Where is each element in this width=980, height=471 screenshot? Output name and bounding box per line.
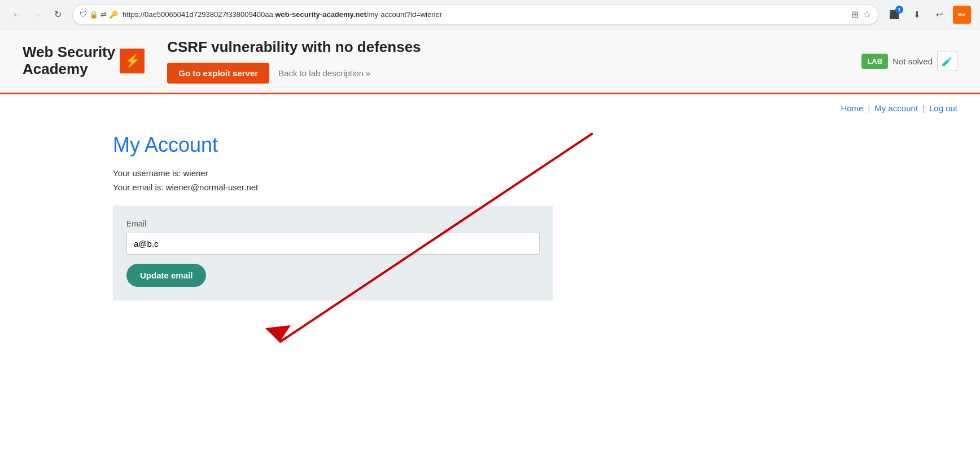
logout-nav-link[interactable]: Log out xyxy=(929,103,957,113)
page-heading: My Account xyxy=(113,133,867,157)
home-nav-link[interactable]: Home xyxy=(841,103,863,113)
logo-text: Web Security Academy xyxy=(23,44,115,78)
back-button[interactable]: ← xyxy=(9,7,25,23)
tune-icon: ⇄ xyxy=(100,10,107,19)
logo-lightning-icon: ⚡ xyxy=(120,49,145,73)
nav-separator-2: | xyxy=(922,103,925,113)
lab-title: CSRF vulnerability with no defenses xyxy=(167,38,421,56)
browser-chrome: ← → ↻ 🛡 🔒 ⇄ 🔑 https://0ae50065041d729380… xyxy=(0,0,980,29)
bookmark-icon: ☆ xyxy=(863,9,871,20)
key-icon: 🔑 xyxy=(109,10,118,19)
browser-action-buttons: 1 ⬛ ⬇ ↩ Bur xyxy=(885,6,971,24)
my-account-nav-link[interactable]: My account xyxy=(874,103,918,113)
account-button[interactable]: ↩ xyxy=(930,6,948,24)
email-input[interactable] xyxy=(126,233,540,255)
lab-badge: LAB xyxy=(861,54,888,69)
lock-icon: 🔒 xyxy=(89,10,98,19)
shield-icon: 🛡 xyxy=(80,10,87,19)
extensions-button[interactable]: 1 ⬛ xyxy=(885,6,903,24)
page-body: My Account Your username is: wiener Your… xyxy=(0,122,980,312)
svg-marker-1 xyxy=(265,325,291,342)
lab-status: LAB Not solved 🧪 xyxy=(861,51,957,71)
address-bar[interactable]: 🛡 🔒 ⇄ 🔑 https://0ae50065041d72938027f338… xyxy=(72,5,878,25)
logo-area: Web Security Academy ⚡ CSRF vulnerabilit… xyxy=(23,38,421,84)
exploit-server-button[interactable]: Go to exploit server xyxy=(167,63,269,84)
burp-suite-icon[interactable]: Bur xyxy=(953,6,971,24)
forward-button[interactable]: → xyxy=(29,7,45,23)
reload-button[interactable]: ↻ xyxy=(50,7,65,23)
qr-icon: ⊞ xyxy=(851,9,859,20)
main-content: Home | My account | Log out My Account Y… xyxy=(0,94,980,433)
email-info: Your email is: wiener@normal-user.net xyxy=(113,182,867,192)
username-info: Your username is: wiener xyxy=(113,168,867,178)
email-form-container: Email Update email xyxy=(113,206,553,300)
email-field-label: Email xyxy=(126,219,540,228)
lab-actions: Go to exploit server Back to lab descrip… xyxy=(167,63,421,84)
back-to-description-link[interactable]: Back to lab description » xyxy=(278,68,370,78)
badge: 1 xyxy=(895,6,903,14)
address-text: https://0ae50065041d72938027f338009400aa… xyxy=(123,10,847,19)
nav-separator-1: | xyxy=(868,103,870,113)
header-banner: Web Security Academy ⚡ CSRF vulnerabilit… xyxy=(0,29,980,94)
security-icons: 🛡 🔒 ⇄ 🔑 xyxy=(80,10,118,19)
flask-button[interactable]: 🧪 xyxy=(937,51,957,71)
browser-nav-buttons: ← → ↻ xyxy=(9,7,65,23)
lab-info: CSRF vulnerability with no defenses Go t… xyxy=(167,38,421,84)
status-text: Not solved xyxy=(893,56,933,66)
chevron-right-icon: » xyxy=(366,68,370,78)
download-button[interactable]: ⬇ xyxy=(908,6,926,24)
site-nav: Home | My account | Log out xyxy=(0,94,980,122)
update-email-button[interactable]: Update email xyxy=(126,264,206,287)
address-bar-right: ⊞ ☆ xyxy=(851,9,871,20)
